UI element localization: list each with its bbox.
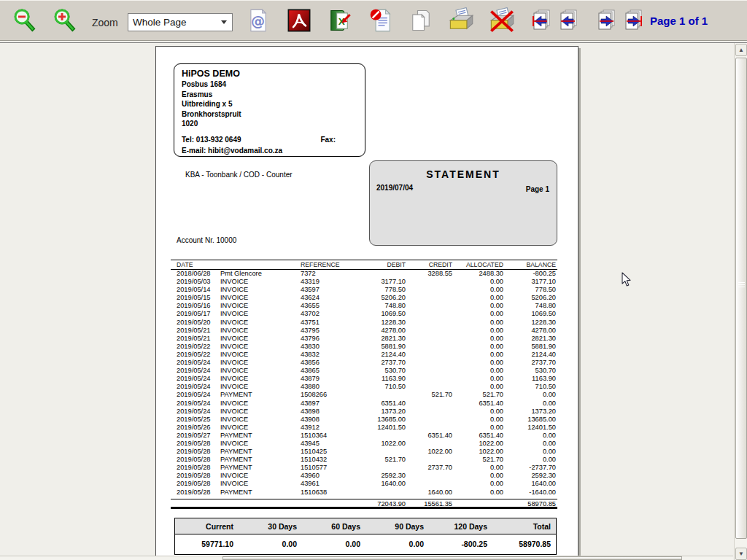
- horizontal-scrollbar-thumb[interactable]: [222, 556, 682, 560]
- statement-box: STATEMENT 2019/07/04 Page 1: [369, 160, 557, 246]
- cell-type: INVOICE: [220, 343, 301, 351]
- cell-debit: 1373.20: [365, 408, 406, 416]
- cell-debit: 12401.50: [365, 424, 406, 432]
- cell-credit: [406, 456, 452, 464]
- previous-page-button[interactable]: [557, 7, 580, 34]
- cell-balance: 1228.30: [503, 319, 556, 327]
- aging-value-cell: -800.25: [429, 534, 492, 554]
- total-debit: 72043.90: [365, 499, 406, 507]
- cell-credit: [406, 294, 452, 302]
- table-row: 2019/05/03 INVOICE 43319 3177.10 0.00 31…: [171, 278, 557, 286]
- cancel-print-button[interactable]: [487, 7, 516, 34]
- cell-debit: 2821.30: [365, 335, 406, 343]
- cell-debit: 1228.30: [365, 319, 406, 327]
- cell-date: 2019/05/28: [177, 456, 220, 464]
- zoom-out-magnifier-icon: [12, 7, 38, 34]
- cell-date: 2019/05/24: [177, 408, 220, 416]
- cell-allocated: 0.00: [452, 319, 503, 327]
- cell-date: 2019/05/28: [177, 472, 220, 480]
- cell-type: INVOICE: [220, 294, 301, 302]
- cell-allocated: 0.00: [452, 416, 503, 424]
- cell-credit: [406, 278, 452, 286]
- table-row: 2019/05/21 INVOICE 43796 2821.30 0.00 28…: [171, 335, 557, 343]
- statement-date: 2019/07/04: [376, 184, 413, 192]
- last-page-button[interactable]: [622, 7, 645, 34]
- scroll-down-button[interactable]: ▼: [735, 548, 747, 560]
- cell-debit: 1069.50: [365, 310, 406, 318]
- close-report-icon: [368, 7, 395, 34]
- close-report-button[interactable]: [368, 7, 395, 34]
- cell-reference: 7372: [301, 270, 365, 278]
- zoom-label: Zoom: [92, 17, 118, 28]
- first-page-icon: [530, 7, 553, 34]
- table-row: 2019/05/28 INVOICE 43945 1022.00 1022.00…: [171, 440, 557, 448]
- email-button[interactable]: @: [245, 7, 271, 34]
- cell-date: 2019/05/24: [177, 383, 220, 391]
- cell-debit: 1163.90: [365, 375, 406, 383]
- cell-type: Pmt Glencore: [220, 270, 301, 278]
- cell-debit: 530.70: [365, 367, 406, 375]
- chevron-down-icon: [221, 20, 227, 24]
- cell-allocated: 521.70: [452, 391, 503, 399]
- cell-date: 2019/05/28: [177, 480, 220, 488]
- table-row: 2019/05/22 INVOICE 43832 2124.40 0.00 21…: [171, 351, 557, 359]
- cell-debit: 13685.00: [365, 416, 406, 424]
- cell-date: 2019/05/28: [177, 448, 220, 456]
- table-row: 2019/05/24 PAYMENT 1508266 521.70 521.70…: [171, 391, 557, 399]
- aging-header-cell: 60 Days: [302, 518, 365, 534]
- cell-allocated: 0.00: [452, 359, 503, 367]
- cell-debit: 4278.00: [365, 327, 406, 335]
- scroll-up-button[interactable]: ▲: [735, 44, 747, 56]
- cell-reference: 43830: [301, 343, 365, 351]
- aging-table: Current30 Days60 Days90 Days120 DaysTota…: [174, 518, 557, 555]
- cell-type: INVOICE: [220, 472, 301, 480]
- vertical-scrollbar-thumb[interactable]: [735, 58, 747, 539]
- cell-reference: 1510425: [301, 448, 365, 456]
- cell-credit: [406, 319, 452, 327]
- aging-header-cell: Total: [492, 518, 556, 534]
- aging-header-row: Current30 Days60 Days90 Days120 DaysTota…: [175, 518, 556, 534]
- table-row: 2019/05/26 INVOICE 43912 12401.50 0.00 1…: [171, 424, 557, 432]
- table-row: 2019/05/24 INVOICE 43856 2737.70 0.00 27…: [171, 359, 557, 367]
- cell-allocated: 0.00: [452, 367, 503, 375]
- table-row: 2019/05/22 INVOICE 43830 5881.90 0.00 58…: [171, 343, 557, 351]
- cell-credit: 2737.70: [406, 464, 452, 472]
- cell-balance: -2737.70: [503, 464, 556, 472]
- cell-debit: 521.70: [365, 456, 406, 464]
- cell-date: 2019/05/21: [177, 327, 220, 335]
- cell-type: INVOICE: [220, 310, 301, 318]
- cell-balance: 0.00: [503, 432, 556, 440]
- copy-button[interactable]: [408, 7, 434, 34]
- cell-credit: [406, 343, 452, 351]
- cell-credit: [406, 359, 452, 367]
- cell-date: 2019/05/16: [177, 302, 220, 310]
- table-row: 2019/05/24 INVOICE 43865 530.70 0.00 530…: [171, 367, 557, 375]
- export-pdf-button[interactable]: [286, 7, 312, 34]
- cell-balance: 778.50: [503, 286, 556, 294]
- cell-debit: [365, 391, 406, 399]
- cell-reference: 43655: [301, 302, 365, 310]
- zoom-select-dropdown[interactable]: Whole Page: [128, 13, 233, 31]
- cell-type: INVOICE: [220, 278, 301, 286]
- cell-type: INVOICE: [220, 383, 301, 391]
- cell-date: 2019/05/24: [177, 367, 220, 375]
- cell-credit: [406, 310, 452, 318]
- address-line: Erasmus: [182, 90, 365, 100]
- scrollbar-grip: [738, 281, 745, 289]
- account-number: Account Nr. 10000: [177, 236, 236, 244]
- next-page-button[interactable]: [595, 7, 618, 34]
- first-page-button[interactable]: [530, 7, 553, 34]
- table-row: 2019/05/25 INVOICE 43908 13685.00 0.00 1…: [171, 416, 557, 424]
- cell-debit: [365, 432, 406, 440]
- horizontal-scrollbar[interactable]: [0, 556, 733, 560]
- vertical-scrollbar[interactable]: ▲ ▼: [734, 43, 747, 560]
- cell-date: 2019/05/20: [177, 319, 220, 327]
- cell-allocated: 0.00: [452, 480, 503, 488]
- cell-date: 2019/05/15: [177, 294, 220, 302]
- print-button[interactable]: [446, 7, 476, 34]
- cell-balance: 530.70: [503, 367, 556, 375]
- zoom-in-button[interactable]: [52, 7, 78, 34]
- export-excel-button[interactable]: X: [326, 7, 352, 34]
- transactions-rows: 2018/06/28 Pmt Glencore 7372 3288.55 248…: [171, 270, 557, 497]
- zoom-out-button[interactable]: [12, 7, 38, 34]
